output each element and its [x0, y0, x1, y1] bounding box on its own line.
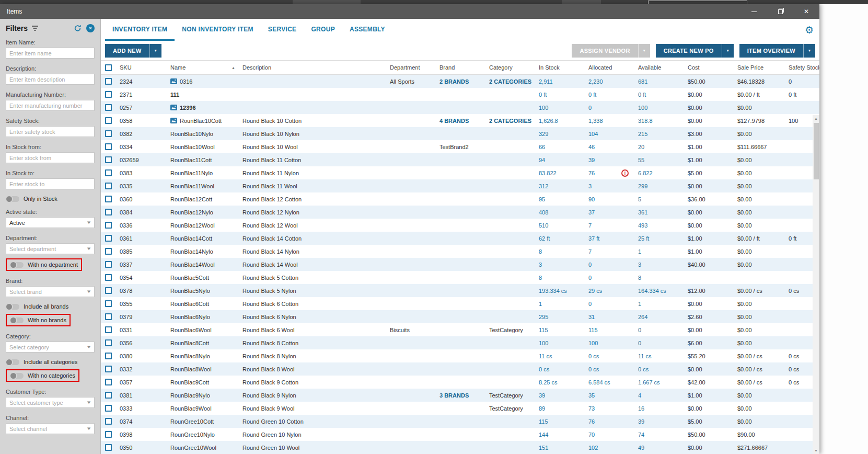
column-header-department[interactable]: Department	[386, 64, 435, 71]
refresh-icon[interactable]	[74, 25, 82, 32]
allocated-cell[interactable]: 46	[584, 144, 634, 150]
row-checkbox[interactable]	[105, 78, 112, 85]
row-checkbox[interactable]	[105, 300, 112, 307]
table-row[interactable]: 0336RounBlac12WoolRound Black 12 Wool510…	[101, 219, 819, 232]
row-checkbox[interactable]	[105, 431, 112, 438]
allocated-cell[interactable]: 0 cs	[584, 366, 634, 372]
available-cell[interactable]: 0	[634, 327, 684, 333]
minimize-button[interactable]	[741, 4, 767, 19]
row-checkbox[interactable]	[105, 274, 112, 281]
row-checkbox[interactable]	[105, 287, 112, 294]
allocated-cell[interactable]: 2,230	[584, 78, 634, 85]
name-cell[interactable]: RounBlac14Nylo	[166, 248, 238, 255]
table-row[interactable]: 0334RounBlac10WoolRound Black 10 WoolTes…	[101, 140, 819, 153]
table-row[interactable]: 0337RounBlac14WoolRound Black 14 Wool303…	[101, 258, 819, 271]
allocated-cell[interactable]: 70	[584, 432, 634, 438]
available-cell[interactable]: 0 ft	[634, 92, 684, 98]
with-no-department-toggle[interactable]	[10, 262, 24, 268]
with-no-categories-toggle[interactable]	[10, 373, 24, 379]
close-button[interactable]: ✕	[793, 4, 819, 19]
row-checkbox[interactable]	[105, 353, 112, 359]
available-cell[interactable]: 16	[634, 405, 684, 412]
allocated-cell[interactable]: 0	[584, 275, 634, 281]
channel-select[interactable]: Select channel▼	[6, 423, 95, 434]
in-stock-cell[interactable]: 408	[535, 209, 584, 215]
name-cell[interactable]: RounBlac8Wool	[166, 366, 238, 372]
table-row[interactable]: 0378RounBlac5NyloRound Black 5 Nylon193.…	[101, 284, 819, 297]
in-stock-cell[interactable]: 89	[535, 405, 584, 412]
name-cell[interactable]: RounBlac12Nylo	[166, 209, 238, 215]
name-cell[interactable]: RounBlac11Nylo	[166, 170, 238, 176]
in-stock-cell[interactable]: 312	[535, 183, 584, 189]
item-overview-dropdown-arrow[interactable]: ▼	[803, 44, 815, 58]
row-checkbox[interactable]	[105, 235, 112, 242]
allocated-cell[interactable]: 29 cs	[584, 288, 634, 294]
name-cell[interactable]: RounBlac8Nylo	[166, 353, 238, 359]
in-stock-cell[interactable]: 100	[535, 340, 584, 346]
available-cell[interactable]: 74	[634, 432, 684, 438]
column-header-brand[interactable]: Brand	[435, 64, 485, 71]
tab-service[interactable]: SERVICE	[261, 19, 304, 41]
allocated-cell[interactable]: 1,338	[584, 118, 634, 124]
available-cell[interactable]: 39	[634, 418, 684, 425]
row-checkbox[interactable]	[105, 379, 112, 385]
name-cell[interactable]: RounBlac8Cott	[166, 340, 238, 346]
scroll-up-arrow[interactable]: ▲	[813, 117, 819, 120]
in-stock-cell[interactable]: 11 cs	[535, 353, 584, 359]
allocated-cell[interactable]: 73	[584, 405, 634, 412]
name-cell[interactable]: RounBlac6Wool	[166, 327, 238, 333]
table-row[interactable]: 23711110 ft0 ft0 ft$0.00$0.00 / ft0 ft	[101, 88, 819, 101]
allocated-cell[interactable]: 35	[584, 392, 634, 399]
row-checkbox[interactable]	[105, 392, 112, 399]
row-checkbox[interactable]	[105, 339, 112, 346]
available-cell[interactable]: 164.334 cs	[634, 288, 684, 294]
in-stock-cell[interactable]: 2,911	[535, 78, 584, 85]
allocated-cell[interactable]: 3	[584, 183, 634, 189]
allocated-cell[interactable]: 76!	[584, 169, 634, 177]
include-all-categories-toggle[interactable]	[6, 359, 19, 365]
row-checkbox[interactable]	[105, 326, 112, 333]
row-checkbox[interactable]	[105, 261, 112, 268]
category-select[interactable]: Select category▼	[6, 342, 95, 353]
name-cell[interactable]: RounGree10Cott	[166, 418, 238, 425]
row-checkbox[interactable]	[105, 117, 112, 124]
in-stock-cell[interactable]: 1,626.8	[535, 118, 584, 124]
column-header-description[interactable]: Description	[238, 64, 386, 71]
name-cell[interactable]: RounBlac12Wool	[166, 222, 238, 229]
table-row[interactable]: 0383RounBlac11NyloRound Black 11 Nylon83…	[101, 166, 819, 179]
table-row[interactable]: 23240316All Sports2 BRANDS2 CATEGORIES2,…	[101, 75, 819, 88]
row-checkbox[interactable]	[105, 209, 112, 215]
name-cell[interactable]: RounBlac6Nylo	[166, 314, 238, 320]
in-stock-cell[interactable]: 39	[535, 392, 584, 399]
table-row[interactable]: 0357RounBlac9CottRound Black 9 Cotton8.2…	[101, 376, 819, 389]
name-cell[interactable]: RounBlac9Wool	[166, 405, 238, 412]
add-new-dropdown-arrow[interactable]: ▼	[149, 44, 161, 58]
available-cell[interactable]: 8	[634, 275, 684, 281]
table-row[interactable]: 0384RounBlac12NyloRound Black 12 Nylon40…	[101, 206, 819, 219]
brand-cell[interactable]: 4 BRANDS	[435, 118, 485, 124]
name-cell[interactable]: RounBlac5Cott	[166, 275, 238, 281]
in-stock-cell[interactable]: 144	[535, 432, 584, 438]
in-stock-cell[interactable]: 83.822	[535, 170, 584, 176]
item-overview-button[interactable]: ITEM OVERVIEW▼	[739, 44, 815, 58]
row-checkbox[interactable]	[105, 91, 112, 98]
department-select[interactable]: Select department▼	[6, 243, 95, 254]
in-stock-cell[interactable]: 115	[535, 327, 584, 333]
allocated-cell[interactable]: 0	[584, 301, 634, 307]
in-stock-cell[interactable]: 94	[535, 157, 584, 163]
allocated-cell[interactable]: 7	[584, 248, 634, 255]
available-cell[interactable]: 49	[634, 445, 684, 451]
allocated-cell[interactable]: 39	[584, 157, 634, 163]
allocated-cell[interactable]: 102	[584, 445, 634, 451]
available-cell[interactable]: 318.8	[634, 118, 684, 124]
category-cell[interactable]: 2 CATEGORIES	[485, 118, 535, 124]
in-stock-from-input[interactable]	[6, 152, 95, 163]
available-cell[interactable]: 0 cs	[634, 366, 684, 372]
name-cell[interactable]: RounBlac10Wool	[166, 144, 238, 150]
available-cell[interactable]: 1	[634, 301, 684, 307]
name-cell[interactable]: RounGree10Nylo	[166, 432, 238, 438]
row-checkbox[interactable]	[105, 418, 112, 425]
name-cell[interactable]: RounBlac14Wool	[166, 262, 238, 268]
available-cell[interactable]: 25 ft	[634, 235, 684, 242]
allocated-cell[interactable]: 0 ft	[584, 92, 634, 98]
